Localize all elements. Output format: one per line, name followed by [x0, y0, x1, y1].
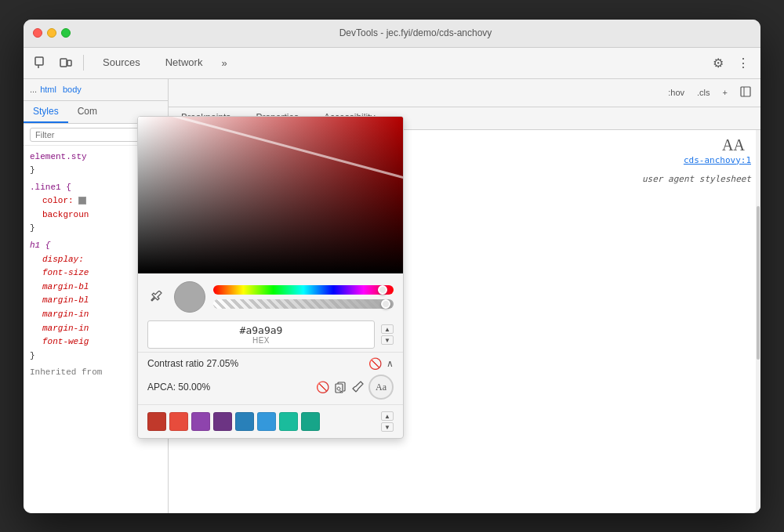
swatch-down-button[interactable]: ▼ — [381, 422, 394, 432]
style-selector: element.sty — [30, 152, 87, 161]
swatch-8[interactable] — [301, 412, 320, 431]
tab-styles[interactable]: Styles — [24, 101, 68, 123]
eyedropper2-button[interactable] — [351, 381, 364, 393]
new-rule-button[interactable] — [737, 85, 754, 100]
swatch-2[interactable] — [169, 412, 188, 431]
hex-down-button[interactable]: ▼ — [381, 335, 394, 345]
hex-value[interactable]: #a9a9a9 — [240, 324, 283, 336]
ua-label: user agent stylesheet — [642, 174, 751, 184]
svg-rect-3 — [67, 60, 71, 66]
hex-input-container: #a9a9a9 HEX — [147, 320, 375, 349]
picker-controls — [138, 273, 403, 320]
marginin1-property: margin-in — [30, 309, 89, 319]
close-button[interactable] — [33, 28, 42, 38]
more-options-button[interactable]: ⋮ — [732, 52, 754, 74]
swatch-arrows: ▲ ▼ — [381, 411, 394, 432]
maximize-button[interactable] — [61, 28, 71, 38]
scrollbar[interactable] — [756, 130, 760, 513]
add-style-button[interactable]: + — [720, 86, 731, 99]
breadcrumb-html[interactable]: html — [40, 85, 56, 94]
display-property: display: — [30, 255, 84, 264]
line1-selector: .line1 { — [30, 183, 71, 192]
svg-rect-5 — [741, 87, 750, 96]
opacity-slider[interactable] — [213, 299, 394, 309]
tab-computed[interactable]: Com — [68, 101, 107, 123]
minimize-button[interactable] — [47, 28, 56, 38]
color-canvas[interactable] — [138, 117, 403, 273]
aa-badge[interactable]: Aa — [368, 375, 394, 400]
contrast-section: Contrast ratio 27.05% 🚫 ∧ APCA: 50.00% — [138, 352, 403, 404]
color-property: color: — [30, 196, 88, 205]
devtools-window: DevTools - jec.fyi/demo/cds-anchovy Sour… — [24, 20, 760, 513]
toolbar-separator — [83, 55, 84, 71]
element-breadcrumb: ... html body — [24, 79, 168, 101]
tab-more[interactable]: » — [215, 48, 233, 79]
no-entry-icon: 🚫 — [368, 357, 382, 370]
nav-tabs: Sources Network » — [90, 48, 704, 79]
swatch-up-button[interactable]: ▲ — [381, 411, 394, 421]
color-picker-popup: #a9a9a9 HEX ▲ ▼ Contrast ratio 27.05% — [137, 116, 404, 439]
swatch-7[interactable] — [279, 412, 298, 431]
hex-row: #a9a9a9 HEX ▲ ▼ — [138, 320, 403, 352]
svg-rect-2 — [60, 59, 67, 67]
apca-row: APCA: 50.00% 🚫 — [147, 375, 394, 400]
cls-button[interactable]: .cls — [694, 86, 713, 99]
title-bar: DevTools - jec.fyi/demo/cds-anchovy — [24, 20, 760, 48]
eyedropper-button[interactable] — [147, 288, 166, 306]
toolbar-right: ⚙ ⋮ — [707, 52, 754, 74]
contrast-label: Contrast ratio 27.05% — [147, 358, 238, 369]
apca-icons: 🚫 — [316, 375, 394, 400]
apca-copy-button[interactable] — [334, 381, 347, 393]
devtools-toolbar: Sources Network » ⚙ ⋮ — [24, 48, 760, 79]
svg-rect-0 — [35, 57, 43, 65]
inspect-element-button[interactable] — [30, 52, 52, 74]
contrast-chevron-button[interactable]: ∧ — [387, 358, 394, 369]
devtools-body: Sources Network » ⚙ ⋮ ... html body Styl… — [24, 48, 760, 513]
fontsize-property: font-size — [30, 268, 89, 277]
sliders-area — [213, 285, 394, 309]
marginbl2-property: margin-bl — [30, 295, 89, 305]
swatch-6[interactable] — [257, 412, 276, 431]
hue-thumb — [378, 285, 387, 295]
right-toolbar: :hov .cls + — [169, 79, 760, 107]
h1-selector: h1 { — [30, 241, 50, 250]
hex-arrows: ▲ ▼ — [381, 324, 394, 345]
swatch-4[interactable] — [213, 412, 232, 431]
hex-up-button[interactable]: ▲ — [381, 324, 394, 334]
scrollbar-thumb — [757, 206, 760, 360]
breadcrumb-dots: ... — [30, 85, 37, 94]
color-swatch[interactable] — [78, 197, 86, 204]
device-toggle-button[interactable] — [55, 52, 77, 74]
settings-button[interactable]: ⚙ — [707, 52, 729, 74]
traffic-lights — [33, 28, 71, 38]
hov-button[interactable]: :hov — [665, 86, 688, 99]
fontweight-property: font-weig — [30, 337, 89, 346]
color-canvas-inner — [138, 117, 403, 273]
main-content: ... html body Styles Com element.sty — [24, 79, 760, 513]
swatch-3[interactable] — [191, 412, 210, 431]
tab-sources[interactable]: Sources — [90, 48, 153, 79]
swatch-1[interactable] — [147, 412, 166, 431]
breadcrumb-body[interactable]: body — [63, 85, 82, 94]
apca-label: APCA: 50.00% — [147, 382, 210, 393]
color-swatches: ▲ ▼ — [138, 404, 403, 438]
marginin2-property: margin-in — [30, 324, 89, 333]
hex-label: HEX — [252, 336, 270, 345]
hue-slider[interactable] — [213, 285, 394, 295]
swatch-5[interactable] — [235, 412, 254, 431]
source-link[interactable]: cds-anchovy:1 — [684, 155, 751, 165]
background-property: backgroun — [30, 210, 89, 219]
font-size-badge: AA — [722, 136, 745, 154]
window-title: DevTools - jec.fyi/demo/cds-anchovy — [80, 27, 751, 38]
marginbl1-property: margin-bl — [30, 282, 89, 291]
opacity-thumb — [381, 299, 390, 309]
apca-no-icon: 🚫 — [316, 381, 329, 393]
contrast-row: Contrast ratio 27.05% 🚫 ∧ — [147, 357, 394, 370]
contrast-right: 🚫 ∧ — [368, 357, 394, 370]
tab-network[interactable]: Network — [153, 48, 216, 79]
color-preview-circle — [174, 281, 205, 313]
